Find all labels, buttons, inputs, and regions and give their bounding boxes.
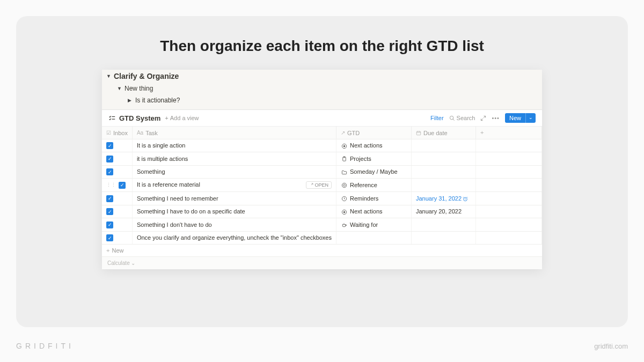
table-row[interactable]: ✓Something I don't have to doWaiting for bbox=[102, 218, 542, 232]
due-date-cell[interactable] bbox=[412, 231, 476, 245]
gtd-cell[interactable]: Reference bbox=[336, 179, 412, 192]
column-header-due[interactable]: Due date bbox=[412, 127, 476, 139]
task-cell[interactable]: Something I have to do on a specific dat… bbox=[132, 205, 336, 218]
filter-button[interactable]: Filter bbox=[430, 115, 443, 121]
gtd-cell[interactable]: Waiting for bbox=[336, 218, 412, 232]
table-row[interactable]: ✓SomethingSomeday / Maybe bbox=[102, 165, 542, 179]
clipboard-icon bbox=[341, 156, 347, 162]
gtd-cell[interactable]: Next actions bbox=[336, 205, 412, 218]
table-row[interactable]: ✓Once you clarify and organize everythin… bbox=[102, 231, 542, 245]
due-date-cell[interactable] bbox=[412, 179, 476, 192]
checkbox-checked-icon[interactable]: ✓ bbox=[106, 142, 113, 149]
open-button[interactable]: OPEN bbox=[306, 181, 332, 189]
reminder-icon bbox=[463, 196, 468, 202]
inbox-cell[interactable]: ✓ bbox=[102, 218, 132, 232]
checkbox-checked-icon[interactable]: ✓ bbox=[106, 221, 113, 228]
column-header-gtd[interactable]: ↗GTD bbox=[336, 127, 412, 139]
due-date-cell[interactable] bbox=[412, 218, 476, 232]
gtd-text: Waiting for bbox=[350, 221, 378, 228]
toggle-new-thing[interactable]: ▼ New thing bbox=[102, 83, 542, 94]
expand-icon[interactable] bbox=[480, 115, 486, 122]
due-date-cell[interactable] bbox=[412, 139, 476, 152]
checkbox-checked-icon[interactable]: ✓ bbox=[106, 195, 113, 202]
column-header-task[interactable]: AaTask bbox=[132, 127, 336, 139]
search-icon bbox=[449, 115, 455, 121]
inbox-cell[interactable]: ✓ bbox=[102, 205, 132, 218]
inbox-cell[interactable]: ✓ bbox=[102, 139, 132, 152]
toggle-label: New thing bbox=[125, 85, 153, 92]
relation-icon: ↗ bbox=[341, 130, 345, 136]
database-block: GTD System + Add a view Filter Search ••… bbox=[102, 109, 542, 269]
inbox-cell[interactable]: ✓ bbox=[102, 192, 132, 205]
svg-rect-4 bbox=[416, 131, 421, 135]
svg-point-9 bbox=[343, 145, 345, 147]
empty-cell bbox=[476, 139, 542, 152]
toggle-clarify-organize[interactable]: ▼ Clarify & Organize bbox=[102, 70, 542, 83]
table-row[interactable]: ⋮⋮ ✓It is a reference materialOPENRefere… bbox=[102, 179, 542, 192]
caret-down-icon: ▼ bbox=[117, 86, 122, 91]
table-row[interactable]: ✓it is multiple actionsProjects bbox=[102, 152, 542, 166]
task-cell[interactable]: Something bbox=[132, 165, 336, 179]
svg-point-13 bbox=[343, 184, 345, 187]
task-cell[interactable]: It is a single action bbox=[132, 139, 336, 152]
checkbox-checked-icon[interactable]: ✓ bbox=[106, 168, 113, 175]
task-cell[interactable]: Something I need to remember bbox=[132, 192, 336, 205]
inbox-cell[interactable]: ✓ bbox=[102, 165, 132, 179]
plus-icon: + bbox=[106, 247, 109, 254]
add-column-button[interactable]: + bbox=[476, 127, 542, 139]
new-row-button[interactable]: +New bbox=[102, 245, 542, 257]
due-date-cell[interactable]: January 20, 2022 bbox=[412, 205, 476, 218]
coffee-icon bbox=[341, 221, 347, 228]
checkbox-checked-icon[interactable]: ✓ bbox=[106, 234, 113, 241]
book-icon bbox=[341, 182, 347, 189]
empty-cell bbox=[476, 152, 542, 166]
database-table: ☑Inbox AaTask ↗GTD Due date bbox=[102, 127, 542, 269]
table-row[interactable]: ✓Something I have to do on a specific da… bbox=[102, 205, 542, 218]
due-date-cell[interactable] bbox=[412, 152, 476, 166]
inbox-cell[interactable]: ⋮⋮ ✓ bbox=[102, 179, 132, 192]
table-row[interactable]: ✓Something I need to rememberRemindersJa… bbox=[102, 192, 542, 205]
search-button[interactable]: Search bbox=[449, 115, 475, 121]
toggle-is-it-actionable[interactable]: ▶ Is it actionable? bbox=[102, 94, 542, 106]
caret-down-icon: ▼ bbox=[106, 73, 112, 79]
inbox-cell[interactable]: ✓ bbox=[102, 231, 132, 245]
toggle-label: Clarify & Organize bbox=[114, 72, 179, 80]
empty-cell bbox=[476, 179, 542, 192]
expand-icon bbox=[309, 183, 313, 187]
gtd-cell[interactable]: Someday / Maybe bbox=[336, 165, 412, 179]
task-cell[interactable]: it is multiple actions bbox=[132, 152, 336, 166]
table-row[interactable]: ✓It is a single actionNext actions bbox=[102, 139, 542, 152]
checkbox-icon: ☑ bbox=[106, 130, 111, 136]
drag-handle-icon[interactable]: ⋮⋮ bbox=[106, 182, 117, 188]
empty-cell bbox=[476, 231, 542, 245]
checkbox-checked-icon[interactable]: ✓ bbox=[106, 208, 113, 215]
task-text: It is a single action bbox=[137, 142, 186, 149]
new-dropdown-caret[interactable]: ⌄ bbox=[525, 113, 536, 123]
inbox-cell[interactable]: ✓ bbox=[102, 152, 132, 166]
task-cell[interactable]: Something I don't have to do bbox=[132, 218, 336, 232]
gtd-text: Someday / Maybe bbox=[350, 168, 398, 175]
gtd-cell[interactable]: Projects bbox=[336, 152, 412, 166]
caret-right-icon: ▶ bbox=[128, 98, 133, 103]
new-button[interactable]: New bbox=[505, 113, 525, 123]
task-cell[interactable]: It is a reference materialOPEN bbox=[132, 179, 336, 192]
calculate-button[interactable]: Calculate ⌄ bbox=[102, 257, 542, 270]
add-view-button[interactable]: + Add a view bbox=[165, 115, 199, 121]
due-date-cell[interactable] bbox=[412, 165, 476, 179]
database-title[interactable]: GTD System bbox=[119, 114, 160, 122]
task-text: It is a reference material bbox=[137, 181, 200, 188]
text-icon: Aa bbox=[137, 130, 143, 136]
task-cell[interactable]: Once you clarify and organize everything… bbox=[132, 231, 336, 245]
due-date-text: January 31, 2022 bbox=[416, 195, 462, 202]
gtd-cell[interactable]: Next actions bbox=[336, 139, 412, 152]
column-header-inbox[interactable]: ☑Inbox bbox=[102, 127, 132, 139]
checkbox-checked-icon[interactable]: ✓ bbox=[106, 156, 113, 162]
checkbox-checked-icon[interactable]: ✓ bbox=[119, 182, 126, 189]
due-date-cell[interactable]: January 31, 2022 bbox=[412, 192, 476, 205]
gtd-cell[interactable]: Reminders bbox=[336, 192, 412, 205]
empty-cell bbox=[476, 218, 542, 232]
more-icon[interactable]: ••• bbox=[492, 115, 500, 121]
task-text: Once you clarify and organize everything… bbox=[137, 234, 332, 241]
gtd-cell[interactable] bbox=[336, 231, 412, 245]
calendar-icon bbox=[416, 130, 421, 136]
